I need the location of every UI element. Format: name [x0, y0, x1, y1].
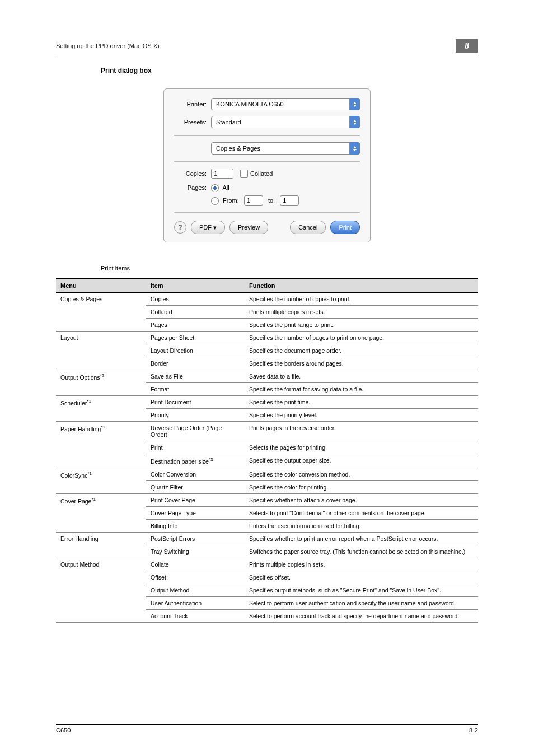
dropdown-arrows-icon	[349, 98, 360, 110]
table-item-cell: Print Cover Page	[146, 493, 245, 506]
table-function-cell: Prints multiple copies in sets.	[245, 558, 478, 571]
table-function-cell: Specifies the priority level.	[245, 409, 478, 422]
pages-label: Pages:	[174, 184, 207, 191]
th-item: Item	[146, 279, 245, 293]
table-item-cell: Output Method	[146, 584, 245, 596]
table-function-cell: Specifies the print range to print.	[245, 319, 478, 332]
table-function-cell: Prints pages in the reverse order.	[245, 422, 478, 441]
printer-label: Printer:	[174, 101, 207, 108]
table-menu-cell: Paper Handling*1	[56, 422, 146, 468]
presets-select[interactable]: Standard	[211, 116, 360, 128]
table-menu-cell: Output Options*2	[56, 370, 146, 396]
pages-range-radio[interactable]	[211, 197, 219, 205]
table-function-cell: Switches the paper source tray. (This fu…	[245, 545, 478, 558]
th-function: Function	[245, 279, 478, 293]
table-item-cell: Account Track	[146, 609, 245, 622]
cancel-button[interactable]: Cancel	[290, 221, 326, 234]
dropdown-arrows-icon	[349, 142, 360, 155]
header-left: Setting up the PPD driver (Mac OS X)	[56, 43, 160, 49]
panel-select[interactable]: Copies & Pages	[211, 142, 360, 155]
chapter-badge: 8	[456, 39, 478, 53]
table-function-cell: Specifies the print time.	[245, 396, 478, 409]
table-menu-cell: Layout	[56, 332, 146, 370]
table-function-cell: Specifies whether to attach a cover page…	[245, 493, 478, 506]
table-menu-cell: Error Handling	[56, 532, 146, 558]
table-function-cell: Specifies the number of copies to print.	[245, 293, 478, 306]
table-menu-cell: Scheduler*1	[56, 396, 146, 422]
table-item-cell: Reverse Page Order (Page Order)	[146, 422, 245, 441]
table-item-cell: User Authentication	[146, 596, 245, 609]
from-label: From:	[223, 197, 239, 204]
table-item-cell: Print Document	[146, 396, 245, 409]
table-function-cell: Specifies the borders around pages.	[245, 357, 478, 370]
divider	[174, 161, 360, 162]
footer-right: 8-2	[469, 727, 478, 734]
table-item-cell: Border	[146, 357, 245, 370]
pages-all-radio[interactable]	[211, 184, 219, 192]
table-menu-cell: ColorSync*1	[56, 468, 146, 493]
table-menu-cell: Cover Page*1	[56, 493, 146, 532]
pages-all-label: All	[222, 184, 229, 191]
table-item-cell: PostScript Errors	[146, 532, 245, 545]
table-item-cell: Copies	[146, 293, 245, 306]
presets-value: Standard	[211, 116, 360, 128]
table-item-cell: Format	[146, 383, 245, 396]
table-function-cell: Specifies offset.	[245, 571, 478, 584]
table-item-cell: Offset	[146, 571, 245, 584]
collated-label: Collated	[250, 170, 273, 177]
table-function-cell: Specifies the format for saving data to …	[245, 383, 478, 396]
from-input[interactable]	[244, 195, 263, 206]
print-items-table: Menu Item Function Copies & PagesCopiesS…	[56, 278, 478, 623]
panel-value: Copies & Pages	[211, 142, 360, 155]
table-item-cell: Destination paper size*3	[146, 454, 245, 468]
copies-input[interactable]	[211, 169, 233, 179]
table-menu-cell: Copies & Pages	[56, 293, 146, 332]
table-item-cell: Quartz Filter	[146, 480, 245, 493]
printer-value: KONICA MINOLTA C650	[211, 98, 360, 110]
table-function-cell: Specifies the number of pages to print o…	[245, 332, 478, 344]
th-menu: Menu	[56, 279, 146, 293]
section-title: Print dialog box	[101, 67, 478, 74]
pdf-button[interactable]: PDF ▾	[191, 221, 225, 234]
table-caption: Print items	[101, 265, 478, 272]
table-item-cell: Pages	[146, 319, 245, 332]
dropdown-arrows-icon	[349, 116, 360, 128]
table-menu-cell: Output Method	[56, 558, 146, 622]
divider	[174, 212, 360, 213]
table-function-cell: Select to perform account track and spec…	[245, 609, 478, 622]
footer-left: C650	[56, 727, 71, 734]
table-function-cell: Select to perform user authentication an…	[245, 596, 478, 609]
table-item-cell: Save as File	[146, 370, 245, 383]
table-function-cell: Specifies the output paper size.	[245, 454, 478, 468]
presets-label: Presets:	[174, 119, 207, 125]
table-function-cell: Selects to print "Confidential" or other…	[245, 506, 478, 519]
table-function-cell: Prints multiple copies in sets.	[245, 306, 478, 319]
table-item-cell: Layout Direction	[146, 344, 245, 357]
copies-label: Copies:	[174, 170, 207, 177]
table-item-cell: Collated	[146, 306, 245, 319]
table-function-cell: Specifies output methods, such as "Secur…	[245, 584, 478, 596]
to-input[interactable]	[280, 195, 299, 206]
footer: C650 8-2	[56, 724, 478, 734]
table-function-cell: Specifies the document page order.	[245, 344, 478, 357]
table-function-cell: Selects the pages for printing.	[245, 441, 478, 454]
table-function-cell: Specifies the color for printing.	[245, 480, 478, 493]
table-item-cell: Billing Info	[146, 519, 245, 532]
table-item-cell: Priority	[146, 409, 245, 422]
printer-select[interactable]: KONICA MINOLTA C650	[211, 98, 360, 110]
running-header: Setting up the PPD driver (Mac OS X) 8	[56, 39, 478, 55]
table-function-cell: Enters the user information used for bil…	[245, 519, 478, 532]
table-function-cell: Specifies whether to print an error repo…	[245, 532, 478, 545]
preview-button[interactable]: Preview	[229, 221, 268, 234]
help-button[interactable]: ?	[174, 221, 186, 234]
divider	[174, 135, 360, 136]
table-function-cell: Specifies the color conversion method.	[245, 468, 478, 480]
print-button[interactable]: Print	[330, 221, 360, 234]
collated-checkbox[interactable]	[240, 170, 248, 178]
table-item-cell: Cover Page Type	[146, 506, 245, 519]
to-label: to:	[268, 197, 275, 204]
table-item-cell: Collate	[146, 558, 245, 571]
table-item-cell: Tray Switching	[146, 545, 245, 558]
print-dialog: Printer: KONICA MINOLTA C650 Presets: St…	[163, 88, 371, 242]
table-item-cell: Color Conversion	[146, 468, 245, 480]
